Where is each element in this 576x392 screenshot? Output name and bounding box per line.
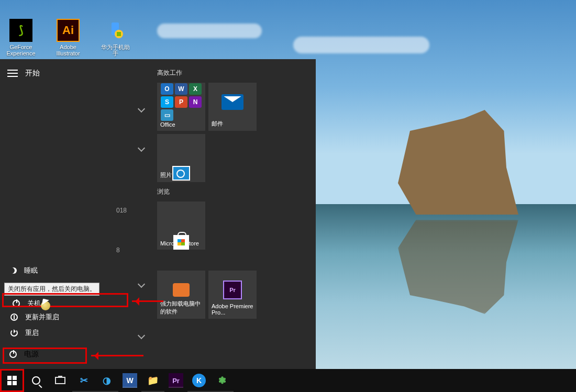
moon-icon xyxy=(10,267,17,274)
cloud-deco xyxy=(293,37,429,53)
desktop-icon-geforce[interactable]: ⟆ GeForce Experience xyxy=(5,18,37,57)
start-title: 开始 xyxy=(25,69,40,78)
list-text-fragment: 018 xyxy=(116,207,127,214)
tile-uninstaller[interactable]: 强力卸载电脑中的软件 xyxy=(157,271,205,319)
tile-office[interactable]: OWX SPN ▭ Office xyxy=(157,83,205,131)
power-item-label: 重启 xyxy=(25,328,39,338)
taskbar-app-wechat[interactable]: ❃ xyxy=(211,369,234,392)
taskbar-app-premiere[interactable]: Pr xyxy=(169,373,183,388)
annotation-box-shutdown xyxy=(2,293,128,307)
search-icon xyxy=(32,376,40,385)
office-icon: OWX SPN ▭ xyxy=(161,83,202,121)
hamburger-icon[interactable] xyxy=(7,70,18,77)
expand-chevron[interactable] xyxy=(136,143,147,153)
mail-icon xyxy=(221,94,243,110)
power-item-label: 更新并重启 xyxy=(25,312,59,322)
taskbar-app-word[interactable]: W xyxy=(123,373,137,388)
desktop-icon-illustrator[interactable]: Ai Adobe Illustrator xyxy=(52,18,84,57)
annotation-arrow xyxy=(132,300,163,302)
ai-icon: Ai xyxy=(57,19,80,42)
list-text-fragment: 8 xyxy=(116,247,120,254)
expand-chevron[interactable] xyxy=(136,104,147,114)
tile-photos[interactable]: 照片 xyxy=(157,134,205,182)
photos-icon xyxy=(172,166,190,181)
tile-label: Adobe Premiere Pro... xyxy=(212,303,253,316)
cursor-highlight xyxy=(41,301,50,310)
taskbar: ✂ ◑ W 📁 Pr K ❃ xyxy=(0,369,576,392)
taskview-icon xyxy=(55,377,65,384)
expand-chevron[interactable] xyxy=(136,279,147,289)
power-restart[interactable]: 重启 xyxy=(1,324,129,342)
tile-group-title: 浏览 xyxy=(157,187,314,196)
tile-label: 照片 xyxy=(160,171,202,179)
taskbar-search[interactable] xyxy=(24,369,48,392)
premiere-icon: Pr xyxy=(223,281,242,299)
tile-label: 邮件 xyxy=(212,120,253,128)
taskbar-app-explorer[interactable]: 📁 xyxy=(141,369,164,392)
taskbar-app-kugou[interactable]: K xyxy=(187,369,211,392)
tile-ms-store[interactable]: Microsoft Store xyxy=(157,201,205,250)
tile-mail[interactable]: 邮件 xyxy=(208,83,257,131)
annotation-arrow xyxy=(91,355,143,356)
tile-group-title: 高效工作 xyxy=(157,69,314,77)
start-button[interactable] xyxy=(0,369,24,392)
expand-chevron[interactable] xyxy=(136,330,147,341)
store-icon xyxy=(173,235,189,250)
taskbar-taskview[interactable] xyxy=(48,369,72,392)
power-update-restart[interactable]: 更新并重启 xyxy=(1,308,129,326)
svg-rect-2 xyxy=(117,32,121,36)
cloud-deco xyxy=(157,24,262,38)
huawei-icon xyxy=(104,19,127,42)
taskbar-app-snip[interactable]: ✂ xyxy=(72,369,95,392)
uninstaller-icon xyxy=(173,283,190,297)
power-sleep[interactable]: 睡眠 xyxy=(1,262,129,279)
desktop-icon-huawei[interactable]: 华为手机助手 xyxy=(99,18,131,57)
update-restart-icon xyxy=(10,313,18,321)
restart-icon xyxy=(10,329,18,337)
tile-premiere[interactable]: Pr Adobe Premiere Pro... xyxy=(208,271,257,319)
windows-logo-icon xyxy=(7,376,17,385)
tile-label: Microsoft Store xyxy=(160,240,202,247)
power-item-label: 睡眠 xyxy=(24,266,38,275)
nvidia-icon: ⟆ xyxy=(9,19,32,42)
taskbar-app-edge[interactable]: ◑ xyxy=(95,369,118,392)
annotation-box-power xyxy=(3,348,87,364)
tile-label: Office xyxy=(160,121,202,128)
tile-label: 强力卸载电脑中的软件 xyxy=(160,300,202,316)
